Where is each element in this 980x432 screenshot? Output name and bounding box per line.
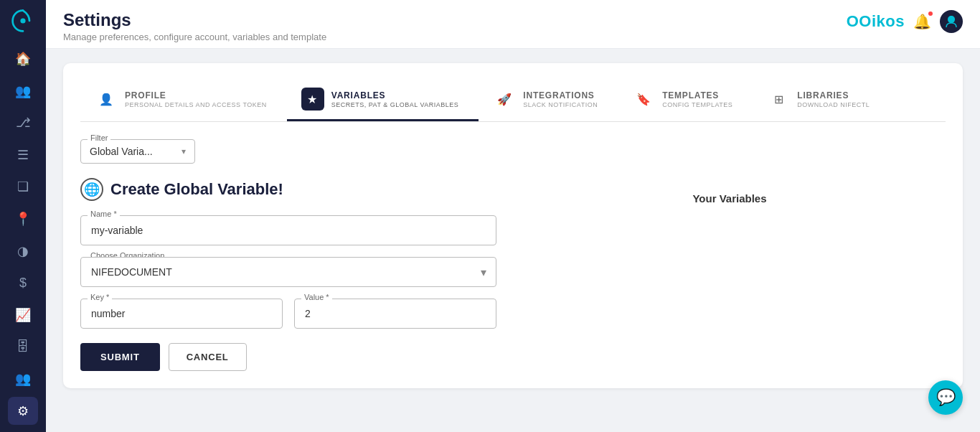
tab-bar: 👤 PROFILE PERSONAL DETAILS AND ACCESS TO… — [80, 80, 946, 122]
sidebar-item-location[interactable]: 📍 — [8, 205, 38, 233]
page-subtitle: Manage preferences, configure account, v… — [63, 32, 326, 42]
form-section: 🌐 Create Global Variable! Name * Choose … — [80, 178, 946, 371]
value-input[interactable] — [294, 299, 496, 329]
integrations-tab-icon: 🚀 — [493, 88, 516, 111]
templates-tab-title: TEMPLATES — [662, 90, 732, 100]
form-title: 🌐 Create Global Variable! — [80, 178, 496, 201]
page-title: Settings — [63, 10, 326, 30]
brand-name: OOikos — [847, 12, 905, 31]
filter-group: Filter Global Varia... ▾ — [80, 139, 195, 164]
notification-bell[interactable]: 🔔 — [913, 13, 931, 30]
filter-value: Global Varia... — [90, 146, 153, 157]
libraries-tab-icon: ⊞ — [767, 88, 790, 111]
tab-profile[interactable]: 👤 PROFILE PERSONAL DETAILS AND ACCESS TO… — [80, 80, 287, 121]
analytics-icon: ◑ — [17, 243, 29, 259]
header-left: Settings Manage preferences, configure a… — [63, 10, 326, 42]
sidebar-item-users2[interactable]: 👥 — [8, 365, 38, 393]
integrations-tab-title: INTEGRATIONS — [523, 90, 598, 100]
chevron-down-icon: ▾ — [182, 146, 186, 156]
profile-tab-sub: PERSONAL DETAILS AND ACCESS TOKEN — [125, 101, 267, 108]
org-field-group: Choose Organization NIFEDOCUMENT — [80, 257, 496, 287]
tab-variables[interactable]: ★ VARIABLES SECRETS, PAT & GLOBAL VARIAB… — [287, 80, 479, 121]
header-right: OOikos 🔔 — [847, 10, 963, 33]
content-area: 👤 PROFILE PERSONAL DETAILS AND ACCESS TO… — [46, 49, 980, 432]
libraries-tab-sub: DOWNLOAD NIFECTL — [797, 101, 870, 108]
button-row: SUBMIT CANCEL — [80, 343, 496, 371]
profile-tab-icon: 👤 — [95, 88, 118, 111]
sidebar-item-git[interactable]: ⎇ — [8, 109, 38, 137]
key-input[interactable] — [80, 299, 283, 329]
sidebar-item-settings[interactable]: ⚙ — [8, 397, 38, 425]
globe-icon: 🌐 — [80, 178, 103, 201]
git-icon: ⎇ — [16, 115, 31, 131]
chat-icon: 💬 — [936, 388, 956, 407]
name-label: Name * — [88, 210, 120, 218]
sidebar-item-chart[interactable]: 📈 — [8, 301, 38, 329]
main-area: Settings Manage preferences, configure a… — [46, 0, 980, 432]
libraries-tab-title: LIBRARIES — [797, 90, 870, 100]
templates-tab-sub: CONFIG TEMPLATES — [662, 101, 732, 108]
settings-card: 👤 PROFILE PERSONAL DETAILS AND ACCESS TO… — [63, 63, 963, 388]
svg-point-0 — [20, 19, 25, 24]
org-select-wrapper: NIFEDOCUMENT — [80, 257, 496, 287]
variables-tab-sub: SECRETS, PAT & GLOBAL VARIABLES — [331, 101, 459, 108]
name-field-group: Name * — [80, 215, 496, 245]
storage-icon: 🗄 — [17, 339, 29, 354]
sidebar: 🏠 👥 ⎇ ☰ ❏ 📍 ◑ $ 📈 🗄 👥 ⚙ — [0, 0, 46, 432]
sidebar-item-layers[interactable]: ❏ — [8, 173, 38, 201]
filter-label: Filter — [88, 133, 110, 142]
sidebar-item-storage[interactable]: 🗄 — [8, 333, 38, 361]
tab-integrations[interactable]: 🚀 INTEGRATIONS SLACK NOTIFICATION — [479, 80, 618, 121]
sidebar-item-team[interactable]: 👥 — [8, 77, 38, 105]
profile-tab-title: PROFILE — [125, 90, 267, 100]
variables-tab-title: VARIABLES — [331, 90, 459, 100]
team-icon: 👥 — [15, 83, 31, 99]
billing-icon: $ — [19, 276, 27, 291]
key-label: Key * — [88, 293, 112, 301]
sidebar-item-billing[interactable]: $ — [8, 269, 38, 297]
integrations-tab-sub: SLACK NOTIFICATION — [523, 101, 598, 108]
notification-badge — [927, 10, 934, 17]
chart-icon: 📈 — [15, 307, 31, 323]
templates-tab-icon: 🔖 — [632, 88, 655, 111]
header: Settings Manage preferences, configure a… — [46, 0, 980, 49]
chat-bubble[interactable]: 💬 — [928, 380, 963, 415]
tab-templates[interactable]: 🔖 TEMPLATES CONFIG TEMPLATES — [618, 80, 753, 121]
key-value-row: Key * Value * — [80, 299, 496, 329]
layers-icon: ❏ — [17, 179, 29, 194]
location-icon: 📍 — [15, 211, 31, 227]
pipelines-icon: ☰ — [17, 147, 29, 163]
filter-dropdown[interactable]: Global Varia... ▾ — [80, 139, 195, 164]
sidebar-item-home[interactable]: 🏠 — [8, 45, 38, 73]
cancel-button[interactable]: CANCEL — [169, 343, 247, 371]
sidebar-item-analytics[interactable]: ◑ — [8, 237, 38, 265]
value-field-group: Value * — [294, 299, 496, 329]
value-label: Value * — [301, 293, 332, 301]
key-field-group: Key * — [80, 299, 283, 329]
right-panel: Your Variables — [514, 178, 946, 371]
tab-libraries[interactable]: ⊞ LIBRARIES DOWNLOAD NIFECTL — [753, 80, 890, 121]
org-select[interactable]: NIFEDOCUMENT — [80, 257, 496, 287]
name-input[interactable] — [80, 215, 496, 245]
submit-button[interactable]: SUBMIT — [80, 343, 160, 371]
settings-icon: ⚙ — [17, 403, 29, 419]
logo[interactable] — [8, 7, 38, 35]
sidebar-item-pipelines[interactable]: ☰ — [8, 141, 38, 169]
users2-icon: 👥 — [15, 371, 31, 387]
form-left: 🌐 Create Global Variable! Name * Choose … — [80, 178, 496, 371]
variables-tab-icon: ★ — [301, 88, 324, 111]
home-icon: 🏠 — [15, 51, 31, 67]
avatar[interactable] — [940, 10, 963, 33]
your-variables-label: Your Variables — [692, 192, 766, 205]
